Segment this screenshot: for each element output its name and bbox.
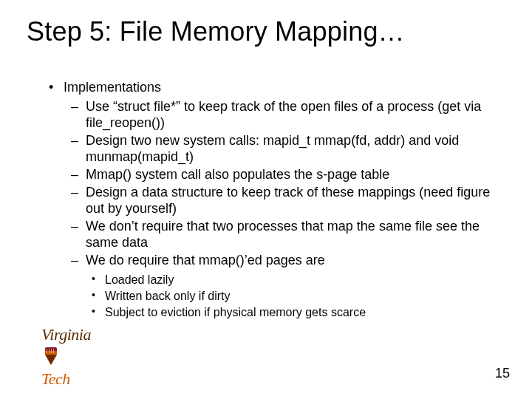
list-item: Design two new system calls: mapid_t mma… bbox=[64, 133, 502, 166]
shield-icon bbox=[43, 347, 59, 369]
list-item: Mmap() system call also populates the s-… bbox=[64, 167, 502, 183]
slide-body: Implementations Use “struct file*” to ke… bbox=[44, 80, 502, 321]
logo-text: Virginia Tech bbox=[41, 325, 91, 389]
vt-logo: Virginia Tech bbox=[41, 325, 91, 389]
slide-title: Step 5: File Memory Mapping… bbox=[27, 16, 517, 47]
page-number: 15 bbox=[495, 366, 510, 381]
bullet-list-l2: Use “struct file*” to keep track of the … bbox=[64, 99, 502, 319]
list-item: Loaded lazily bbox=[86, 273, 502, 287]
logo-word-tech: Tech bbox=[41, 369, 70, 388]
logo-word-virginia: Virginia bbox=[41, 325, 91, 344]
l1-heading: Implementations bbox=[64, 80, 161, 95]
l2-text: We do require that mmap()’ed pages are bbox=[86, 253, 325, 267]
list-item: We don’t require that two processes that… bbox=[64, 219, 502, 251]
list-item: We do require that mmap()’ed pages are L… bbox=[64, 253, 502, 320]
bullet-list-l3: Loaded lazily Written back only if dirty… bbox=[86, 273, 502, 319]
list-item: Design a data structure to keep track of… bbox=[64, 185, 502, 217]
list-item: Use “struct file*” to keep track of the … bbox=[64, 99, 502, 132]
list-item: Subject to eviction if physical memory g… bbox=[86, 305, 502, 320]
slide: Step 5: File Memory Mapping… Implementat… bbox=[0, 0, 532, 399]
bullet-list-l1: Implementations Use “struct file*” to ke… bbox=[44, 80, 502, 319]
list-item: Implementations Use “struct file*” to ke… bbox=[44, 80, 502, 319]
list-item: Written back only if dirty bbox=[86, 289, 502, 304]
